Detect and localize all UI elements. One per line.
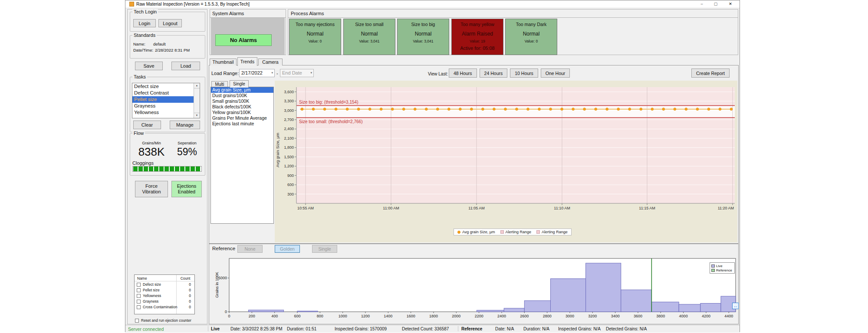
view-last-button[interactable]: 10 Hours	[510, 69, 538, 78]
row-checkbox[interactable]	[137, 305, 141, 309]
series-item[interactable]: Dust grains/100K	[211, 93, 273, 98]
reference-button-golden[interactable]: Golden	[275, 245, 300, 253]
row-checkbox[interactable]	[137, 294, 141, 298]
data-point	[651, 108, 654, 111]
create-report-button[interactable]: Create Report	[691, 69, 730, 78]
svg-text:11:00 AM: 11:00 AM	[383, 206, 399, 210]
view-last-button[interactable]: One Hour	[541, 69, 570, 78]
load-button[interactable]: Load	[171, 62, 200, 70]
ejections-line1: Ejections	[177, 183, 197, 189]
manage-button[interactable]: Manage	[170, 121, 200, 129]
svg-text:900: 900	[287, 173, 294, 178]
tasks-listbox[interactable]: Defect sizeDefect ContrastPellet sizeGra…	[132, 83, 200, 118]
tab-camera[interactable]: Camera	[258, 59, 283, 65]
data-point	[606, 108, 608, 111]
data-point	[436, 108, 439, 111]
legend-item: Alerting Range	[536, 230, 568, 234]
trends-legend: Avg grain Size, µmAlerting RangeAlerting…	[454, 229, 572, 235]
reset-ejection-checkbox[interactable]	[135, 319, 139, 323]
maximize-icon[interactable]: ▢	[709, 1, 723, 7]
tasks-scrollbar[interactable]: ▲ ▼	[194, 83, 200, 118]
logout-button[interactable]: Logout	[158, 19, 182, 27]
reference-button-single[interactable]: Single	[312, 245, 337, 253]
reference-button-none[interactable]: None	[237, 245, 263, 253]
data-point	[493, 108, 495, 111]
start-date-select[interactable]: 2/17/2022 ▾	[239, 69, 275, 77]
data-point	[380, 108, 382, 111]
close-icon[interactable]: ✕	[723, 1, 738, 7]
data-point	[368, 108, 371, 111]
process-alarms-label: Process Alarms	[291, 11, 324, 16]
svg-text:2000: 2000	[452, 314, 460, 318]
row-checkbox[interactable]	[137, 300, 141, 304]
no-alarms-status: No Alarms	[215, 34, 272, 46]
histogram-bar	[248, 310, 283, 312]
alarm-status: Normal	[398, 31, 449, 37]
data-point	[335, 108, 337, 111]
scroll-down-icon[interactable]: ▼	[194, 113, 200, 118]
data-point	[549, 108, 552, 111]
legend-label: Alerting Range	[542, 230, 568, 234]
data-point	[301, 108, 303, 111]
reference-histogram-area: 0200400600800100012001400160018002000220…	[213, 255, 737, 323]
clear-button[interactable]: Clear	[133, 121, 161, 129]
tab-multi[interactable]: Multi	[211, 81, 228, 87]
force-vibration-line1: Force	[145, 183, 158, 189]
clogging-segment	[170, 166, 174, 171]
series-dot-swatch	[457, 231, 460, 234]
svg-text:Size too small: (threshold=2,7: Size too small: (threshold=2,766)	[299, 119, 362, 124]
data-point	[719, 108, 721, 111]
tab-thumbnail[interactable]: Thumbnail	[210, 59, 237, 65]
ejections-enabled-button[interactable]: Ejections Enabled	[171, 181, 202, 197]
svg-text:600: 600	[287, 183, 294, 187]
view-last-button[interactable]: 48 Hours	[449, 69, 477, 78]
counts-count-header: Count	[177, 276, 194, 281]
force-vibration-button[interactable]: Force Vibration	[135, 181, 168, 197]
process-alarms-divider	[288, 17, 738, 18]
row-count: 0	[181, 282, 191, 287]
tab-trends[interactable]: Trends	[237, 57, 257, 66]
data-point	[662, 108, 665, 111]
task-item[interactable]: Grayness	[132, 103, 194, 109]
svg-text:3,000: 3,000	[284, 108, 294, 113]
series-item[interactable]: Yellow grains/100K	[211, 110, 273, 115]
data-point	[595, 108, 597, 111]
row-checkbox[interactable]	[137, 283, 141, 287]
task-item[interactable]: Pellet size	[132, 96, 194, 103]
live-status-item: Duration: 01:51	[287, 326, 316, 331]
row-name: Pellet size	[143, 288, 160, 292]
standards-datetime-label: Date/Time:	[133, 48, 153, 52]
header-divider	[135, 281, 194, 281]
minimize-icon[interactable]: –	[695, 1, 709, 7]
svg-text:1,200: 1,200	[284, 164, 294, 168]
alarm-tile-alarm: Too many yellowAlarm RaisedValue: 19Acti…	[451, 19, 503, 55]
row-name: Defect size	[143, 282, 161, 287]
series-item[interactable]: Avg grain Size, µm	[211, 87, 273, 93]
task-item[interactable]: Yellowness	[132, 109, 194, 116]
reference-status-item: Inspected Grains: N/A	[558, 326, 601, 331]
series-listbox[interactable]: Avg grain Size, µmDust grains/100KSmall …	[210, 87, 274, 224]
standards-name-value: default	[153, 42, 166, 46]
login-button[interactable]: Login	[133, 19, 156, 27]
separation-label: Seperation	[174, 141, 200, 145]
svg-text:2200: 2200	[475, 314, 483, 318]
tab-single[interactable]: Single	[230, 80, 249, 88]
row-checkbox[interactable]	[137, 288, 141, 292]
server-status: Server connected	[128, 326, 164, 332]
save-button[interactable]: Save	[135, 62, 163, 70]
series-item[interactable]: Black defects/100K	[211, 104, 273, 110]
resize-arrows-icon[interactable]: ↔	[732, 303, 739, 309]
alarm-status: Normal	[289, 31, 341, 37]
end-date-select[interactable]: End Date ▾	[280, 69, 314, 77]
scroll-up-icon[interactable]: ▲	[194, 83, 200, 88]
data-point	[425, 108, 427, 111]
series-item[interactable]: Grains Per Minute Average	[211, 115, 273, 121]
task-item[interactable]: Defect Contrast	[132, 90, 194, 96]
system-alarms-area: No Alarms	[211, 18, 285, 55]
svg-text:Grains in 100K: Grains in 100K	[215, 272, 219, 298]
task-item[interactable]: Defect size	[132, 83, 194, 90]
series-item[interactable]: Ejections last minute	[211, 121, 273, 127]
alarm-title: Size too small	[344, 22, 395, 27]
view-last-button[interactable]: 24 Hours	[480, 69, 508, 78]
series-item[interactable]: Small grains/100K	[211, 98, 273, 104]
